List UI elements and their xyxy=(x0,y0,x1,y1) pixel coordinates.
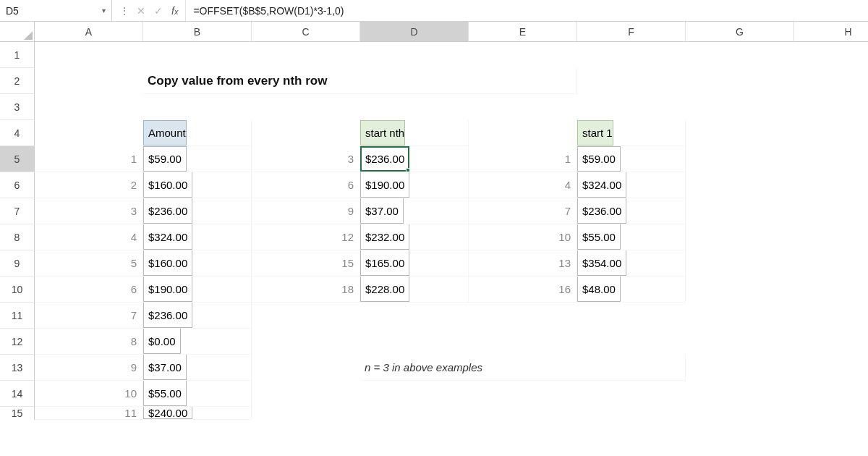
start-1-cell[interactable]: $236.00 xyxy=(577,198,686,224)
formula-bar: D5 ▾ ⋮ ✕ ✓ fx =OFFSET($B$5,ROW(D1)*3-1,0… xyxy=(0,0,868,22)
column-header-F[interactable]: F xyxy=(577,22,686,42)
amount-cell[interactable]: $190.00 xyxy=(143,276,252,303)
row-index-a[interactable]: 11 xyxy=(35,407,143,420)
row-index-e[interactable]: 10 xyxy=(469,224,577,250)
row-header-7[interactable]: 7 xyxy=(0,198,35,224)
amount-cell[interactable]: $0.00 xyxy=(143,329,252,355)
page-title: Copy value from every nth row xyxy=(143,68,577,94)
table-header-start-nth[interactable]: start nth xyxy=(360,120,469,146)
start-1-cell[interactable]: $354.00 xyxy=(577,250,686,276)
column-header-A[interactable]: A xyxy=(35,22,143,42)
start-nth-cell[interactable]: $37.00 xyxy=(360,198,469,224)
column-header-E[interactable]: E xyxy=(469,22,577,42)
row-header-9[interactable]: 9 xyxy=(0,250,35,276)
row-index-c[interactable]: 9 xyxy=(252,198,360,224)
amount-cell[interactable]: $37.00 xyxy=(143,355,252,381)
amount-cell[interactable]: $236.00 xyxy=(143,198,252,224)
start-nth-cell[interactable]: $228.00 xyxy=(360,276,469,303)
formula-input[interactable]: =OFFSET($B$5,ROW(D1)*3-1,0) xyxy=(186,5,868,17)
row-index-c[interactable]: 6 xyxy=(252,172,360,198)
start-nth-cell[interactable]: $165.00 xyxy=(360,250,469,276)
chevron-down-icon[interactable]: ▾ xyxy=(99,7,109,14)
start-nth-cell[interactable]: $232.00 xyxy=(360,224,469,250)
formula-bar-tools: ⋮ ✕ ✓ fx xyxy=(112,0,186,21)
row-header-15[interactable]: 15 xyxy=(0,407,35,420)
row-index-a[interactable]: 9 xyxy=(35,355,143,381)
row-index-a[interactable]: 5 xyxy=(35,250,143,276)
row-index-a[interactable]: 1 xyxy=(35,146,143,172)
amount-cell[interactable]: $160.00 xyxy=(143,250,252,276)
start-nth-cell[interactable]: $190.00 xyxy=(360,172,469,198)
start-1-cell[interactable]: $59.00 xyxy=(577,146,686,172)
row-index-a[interactable]: 7 xyxy=(35,303,143,329)
row-header-8[interactable]: 8 xyxy=(0,224,35,250)
amount-cell[interactable]: $55.00 xyxy=(143,381,252,407)
row-header-1[interactable]: 1 xyxy=(0,42,35,68)
name-box[interactable]: D5 ▾ xyxy=(0,0,112,21)
row-index-c[interactable]: 12 xyxy=(252,224,360,250)
column-header-C[interactable]: C xyxy=(252,22,360,42)
start-1-cell[interactable]: $48.00 xyxy=(577,276,686,303)
row-header-13[interactable]: 13 xyxy=(0,355,35,381)
amount-cell[interactable]: $236.00 xyxy=(143,303,252,329)
column-header-B[interactable]: B xyxy=(143,22,252,42)
amount-cell[interactable]: $324.00 xyxy=(143,224,252,250)
start-nth-cell[interactable]: $236.00 xyxy=(360,146,469,172)
column-header-G[interactable]: G xyxy=(686,22,794,42)
amount-cell[interactable]: $240.00 xyxy=(143,407,252,420)
column-header-H[interactable]: H xyxy=(794,22,868,42)
amount-cell[interactable]: $160.00 xyxy=(143,172,252,198)
row-index-c[interactable]: 18 xyxy=(252,276,360,303)
cancel-icon[interactable]: ✕ xyxy=(137,5,145,17)
row-index-a[interactable]: 3 xyxy=(35,198,143,224)
start-1-cell[interactable]: $55.00 xyxy=(577,224,686,250)
row-header-6[interactable]: 6 xyxy=(0,172,35,198)
row-index-a[interactable]: 6 xyxy=(35,276,143,303)
row-index-a[interactable]: 2 xyxy=(35,172,143,198)
amount-cell[interactable]: $59.00 xyxy=(143,146,252,172)
drag-handle-icon[interactable]: ⋮ xyxy=(119,5,128,17)
row-header-5[interactable]: 5 xyxy=(0,146,35,172)
row-index-a[interactable]: 10 xyxy=(35,381,143,407)
row-header-14[interactable]: 14 xyxy=(0,381,35,407)
check-icon[interactable]: ✓ xyxy=(154,5,163,17)
row-index-e[interactable]: 4 xyxy=(469,172,577,198)
fx-icon[interactable]: fx xyxy=(171,5,178,17)
row-header-10[interactable]: 10 xyxy=(0,276,35,303)
row-index-c[interactable]: 3 xyxy=(252,146,360,172)
row-header-2[interactable]: 2 xyxy=(0,68,35,94)
spreadsheet-grid[interactable]: ABCDEFGH123456789101112131415Copy value … xyxy=(0,22,868,420)
row-header-12[interactable]: 12 xyxy=(0,329,35,355)
row-index-e[interactable]: 7 xyxy=(469,198,577,224)
row-index-e[interactable]: 13 xyxy=(469,250,577,276)
note-text: n = 3 in above examples xyxy=(360,355,686,381)
row-index-a[interactable]: 4 xyxy=(35,224,143,250)
row-header-4[interactable]: 4 xyxy=(0,120,35,146)
row-index-c[interactable]: 15 xyxy=(252,250,360,276)
row-index-a[interactable]: 8 xyxy=(35,329,143,355)
name-box-value: D5 xyxy=(6,5,99,17)
select-all-corner[interactable] xyxy=(0,22,35,42)
row-index-e[interactable]: 16 xyxy=(469,276,577,303)
column-header-D[interactable]: D xyxy=(360,22,469,42)
row-header-11[interactable]: 11 xyxy=(0,303,35,329)
start-1-cell[interactable]: $324.00 xyxy=(577,172,686,198)
row-header-3[interactable]: 3 xyxy=(0,94,35,120)
table-header-start-1[interactable]: start 1 xyxy=(577,120,686,146)
table-header-amount[interactable]: Amount xyxy=(143,120,252,146)
row-index-e[interactable]: 1 xyxy=(469,146,577,172)
